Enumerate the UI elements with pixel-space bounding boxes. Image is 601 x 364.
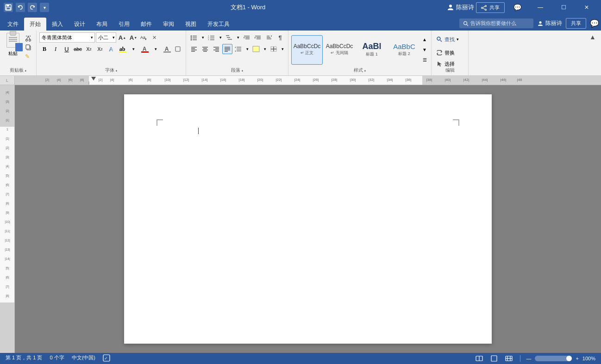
svg-text:|18|: |18|	[238, 78, 244, 82]
font-size-select[interactable]: 小二 ▾	[96, 32, 116, 43]
tab-design[interactable]: 设计	[69, 18, 91, 31]
paragraph-expand[interactable]: ⬧	[241, 68, 244, 73]
format-painter-button[interactable]: ✎	[23, 52, 33, 60]
clear-formatting-button[interactable]: ✕	[150, 32, 161, 43]
spelling-check-icon[interactable]: ✓	[103, 354, 110, 363]
font-grow-button[interactable]: A▲	[117, 32, 127, 43]
strikethrough-button[interactable]: abc	[73, 44, 83, 54]
save-icon[interactable]	[4, 3, 13, 12]
close-button[interactable]: ✕	[576, 0, 597, 15]
line-spacing-button[interactable]	[233, 44, 244, 54]
shading-dropdown[interactable]: ▾	[262, 44, 268, 54]
clipboard-expand[interactable]: ⬧	[25, 68, 27, 73]
numbering-dropdown[interactable]: ▾	[218, 32, 223, 43]
svg-point-13	[29, 39, 31, 41]
share-button[interactable]: 共享	[476, 2, 505, 13]
ribbon-collapse-button[interactable]: ▲	[588, 32, 597, 42]
font-shade-button[interactable]: A	[162, 44, 172, 54]
svg-rect-73	[15, 76, 89, 85]
align-right-button[interactable]	[211, 44, 221, 54]
bold-button[interactable]: B	[39, 44, 50, 54]
numbering-button[interactable]: 1.2.3.	[207, 32, 217, 43]
tab-file[interactable]: 文件	[2, 18, 24, 31]
svg-point-12	[26, 39, 28, 41]
font-color-dropdown[interactable]: ▾	[150, 44, 161, 54]
comment-icon[interactable]: 💬	[507, 0, 528, 15]
user-account[interactable]: 陈丽诗	[537, 19, 562, 27]
zoom-minus[interactable]: —	[526, 356, 531, 361]
user-name[interactable]: 陈丽诗	[447, 3, 474, 12]
align-center-button[interactable]	[200, 44, 210, 54]
align-left-button[interactable]	[189, 44, 199, 54]
multilevel-list-button[interactable]	[224, 32, 234, 43]
shading-button[interactable]	[251, 44, 261, 54]
comments-icon[interactable]: 💬	[590, 19, 599, 28]
document-page[interactable]	[124, 94, 492, 344]
text-border-button[interactable]	[173, 44, 183, 54]
font-color-button[interactable]: A	[139, 44, 150, 54]
tab-layout[interactable]: 布局	[91, 18, 113, 31]
zoom-plus[interactable]: +	[576, 356, 578, 361]
maximize-button[interactable]: ☐	[553, 0, 574, 15]
show-marks-button[interactable]: ¶	[275, 32, 285, 43]
find-button[interactable]: 查找 ▾	[434, 32, 462, 46]
styles-scroll-down[interactable]: ▼	[421, 45, 428, 55]
svg-text:|6|: |6|	[69, 78, 73, 82]
tab-review[interactable]: 审阅	[157, 18, 180, 31]
increase-indent-button[interactable]	[253, 32, 263, 43]
highlight-color-button[interactable]: ab	[117, 44, 127, 54]
change-case-button[interactable]: Aa▾	[139, 32, 150, 43]
read-view-button[interactable]	[474, 354, 485, 363]
tab-developer[interactable]: 开发工具	[202, 18, 235, 31]
tab-view[interactable]: 视图	[180, 18, 202, 31]
highlight-dropdown[interactable]: ▾	[128, 44, 138, 54]
paste-button[interactable]: 粘贴	[3, 32, 23, 57]
share-button-2[interactable]: 共享	[566, 18, 586, 29]
styles-scroll-up[interactable]: ▲	[421, 35, 428, 44]
tab-insert[interactable]: 插入	[46, 18, 69, 31]
print-view-button[interactable]	[488, 354, 500, 363]
borders-button[interactable]	[269, 44, 279, 54]
cut-button[interactable]	[23, 34, 33, 43]
svg-point-4	[485, 5, 486, 6]
subscript-button[interactable]: X2	[84, 44, 94, 54]
tell-me-search[interactable]: 告诉我你想要做什么	[459, 19, 533, 28]
font-expand[interactable]: ⬧	[115, 68, 118, 73]
ruler-corner[interactable]: L	[0, 76, 15, 85]
style-no-spacing[interactable]: AaBbCcDc ↵ 无间隔	[324, 35, 355, 65]
styles-expand-btn[interactable]: ⬧	[364, 68, 366, 73]
svg-point-3	[449, 5, 452, 7]
styles-expand[interactable]: ☰	[421, 56, 428, 65]
undo-icon[interactable]	[16, 3, 25, 12]
sort-button[interactable]	[264, 32, 274, 43]
style-heading2[interactable]: AaBbC 标题 2	[388, 35, 420, 65]
customize-qat-icon[interactable]: ▾	[40, 3, 49, 12]
zoom-thumb[interactable]	[566, 356, 572, 361]
font-name-select[interactable]: 冬青黑体简体 ▾	[39, 32, 95, 43]
redo-icon[interactable]	[28, 3, 37, 12]
bullets-dropdown[interactable]: ▾	[200, 32, 206, 43]
document-area[interactable]	[15, 85, 601, 353]
tab-home[interactable]: 开始	[24, 18, 46, 31]
justify-button[interactable]	[222, 44, 232, 54]
zoom-slider[interactable]	[535, 356, 572, 361]
font-shrink-button[interactable]: A▼	[128, 32, 138, 43]
text-effect-button[interactable]: A	[106, 44, 116, 54]
tab-mailings[interactable]: 邮件	[135, 18, 157, 31]
style-heading1[interactable]: AaBl 标题 1	[356, 35, 388, 65]
decrease-indent-button[interactable]	[242, 32, 252, 43]
underline-button[interactable]: U	[62, 44, 72, 54]
replace-button[interactable]: 替换	[434, 48, 462, 57]
multilevel-dropdown[interactable]: ▾	[235, 32, 241, 43]
borders-dropdown[interactable]: ▾	[280, 44, 285, 54]
minimize-button[interactable]: —	[530, 0, 551, 15]
italic-button[interactable]: I	[50, 44, 61, 54]
superscript-button[interactable]: X2	[95, 44, 105, 54]
bullets-button[interactable]	[189, 32, 199, 43]
line-spacing-dropdown[interactable]: ▾	[244, 44, 250, 54]
copy-button[interactable]	[23, 43, 33, 51]
tab-references[interactable]: 引用	[113, 18, 135, 31]
style-normal[interactable]: AaBbCcDc ↵ 正文	[291, 35, 323, 65]
web-view-button[interactable]	[503, 354, 514, 363]
svg-text:|44|: |44|	[482, 78, 488, 82]
